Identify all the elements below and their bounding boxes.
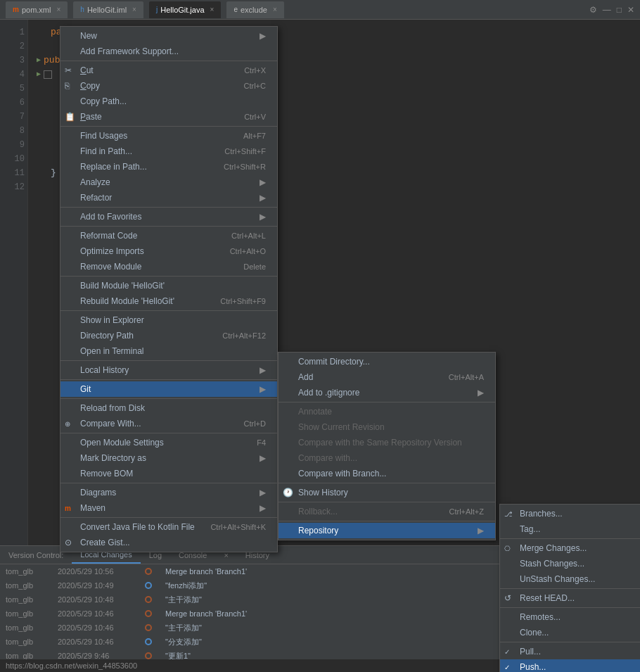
menu-mark-directory[interactable]: Mark Directory as ▶	[60, 450, 277, 466]
tab-exclude[interactable]: e exclude ×	[226, 1, 283, 18]
menu-create-gist-label: Create Gist...	[80, 538, 130, 547]
menu-open-terminal-label: Open in Terminal	[80, 346, 144, 356]
git-compare-with: Compare with...	[279, 450, 495, 466]
graph-2	[134, 596, 162, 603]
menu-cut[interactable]: ✂ Cut Ctrl+X	[60, 63, 277, 78]
menu-copy[interactable]: ⎘ Copy Ctrl+C	[60, 78, 277, 94]
git-commit-dir[interactable]: Commit Directory...	[279, 354, 495, 369]
tab-hellogit-iml[interactable]: h HelloGit.iml ×	[73, 1, 143, 18]
repo-remotes[interactable]: Remotes...	[500, 609, 640, 625]
menu-optimize-imports[interactable]: Optimize Imports Ctrl+Alt+O	[60, 243, 277, 259]
module-settings-shortcut: F4	[257, 438, 266, 447]
menu-remove-bom-label: Remove BOM	[80, 469, 133, 478]
repo-clone[interactable]: Clone...	[500, 625, 640, 640]
repo-push[interactable]: ✓ Push... Ctrl+Shift+K	[500, 659, 640, 672]
repo-pull[interactable]: ✓ Pull...	[500, 644, 640, 659]
maven-icon: m	[65, 505, 71, 512]
menu-find-usages[interactable]: Find Usages Alt+F7	[60, 128, 277, 144]
menu-local-history[interactable]: Local History ▶	[60, 362, 277, 378]
tab-close-exclude[interactable]: ×	[273, 6, 277, 13]
minimize-icon[interactable]: —	[603, 5, 611, 15]
git-separator-3	[279, 502, 495, 502]
tab-hellogit-java[interactable]: j HelloGit.java ×	[149, 1, 221, 18]
menu-replace-in-path[interactable]: Replace in Path... Ctrl+Shift+R	[60, 159, 277, 175]
menu-copy-path-label: Copy Path...	[80, 96, 127, 106]
menu-module-settings[interactable]: Open Module Settings F4	[60, 435, 277, 450]
menu-add-favorites-label: Add to Favorites	[80, 212, 141, 222]
repo-clone-label: Clone...	[520, 628, 549, 638]
menu-remove-bom[interactable]: Remove BOM	[60, 466, 277, 481]
expand-icon[interactable]: □	[617, 5, 622, 15]
menu-convert-kotlin[interactable]: Convert Java File to Kotlin File Ctrl+Al…	[60, 519, 277, 535]
menu-new-label: New	[80, 31, 97, 41]
diagrams-arrow: ▶	[260, 488, 266, 497]
menu-remove-module[interactable]: Remove Module Delete	[60, 259, 277, 274]
menu-open-terminal[interactable]: Open in Terminal	[60, 343, 277, 359]
repo-branches[interactable]: ⎇ Branches... Ctrl+Shift+`	[500, 506, 640, 521]
git-show-history[interactable]: 🕐 Show History	[279, 485, 495, 500]
menu-new[interactable]: New ▶	[60, 28, 277, 44]
menu-rebuild-module[interactable]: Rebuild Module 'HelloGit' Ctrl+Shift+F9	[60, 293, 277, 309]
menu-directory-path[interactable]: Directory Path Ctrl+Alt+F12	[60, 328, 277, 343]
repo-merge-changes[interactable]: ⎔ Merge Changes...	[500, 540, 640, 556]
reset-icon: ↺	[504, 593, 511, 603]
git-compare-with-label: Compare with...	[298, 453, 357, 463]
url-text: https://blog.csdn.net/weixin_44853600	[6, 661, 137, 670]
git-add-gitignore[interactable]: Add to .gitignore ▶	[279, 385, 495, 400]
menu-find-in-path[interactable]: Find in Path... Ctrl+Shift+F	[60, 144, 277, 159]
menu-analyze[interactable]: Analyze ▶	[60, 175, 277, 190]
menu-find-usages-label: Find Usages	[80, 131, 127, 141]
menu-directory-path-label: Directory Path	[80, 331, 134, 341]
tab-label-iml: HelloGit.iml	[87, 6, 127, 14]
menu-git[interactable]: Git ▶	[60, 381, 277, 397]
top-toolbar: m pom.xml × h HelloGit.iml × j HelloGit.…	[0, 0, 640, 20]
tab-pom-xml[interactable]: m pom.xml ×	[6, 1, 68, 18]
tab-icon-pom: m	[13, 6, 19, 13]
menu-add-favorites[interactable]: Add to Favorites ▶	[60, 209, 277, 224]
close-icon[interactable]: ✕	[627, 5, 634, 15]
branches-icon: ⎇	[504, 510, 513, 518]
author-4: tom_glb	[6, 623, 55, 632]
menu-build-module[interactable]: Build Module 'HelloGit'	[60, 278, 277, 293]
git-compare-branch[interactable]: Compare with Branch...	[279, 466, 495, 481]
repo-reset-head[interactable]: ↺ Reset HEAD...	[500, 590, 640, 606]
graph-4	[134, 624, 162, 631]
repo-stash[interactable]: Stash Changes...	[500, 556, 640, 571]
menu-cut-label: Cut	[80, 65, 94, 75]
repo-separator-4	[500, 642, 640, 642]
menu-maven[interactable]: m Maven ▶	[60, 500, 277, 516]
build-icon[interactable]: ⚙	[589, 5, 597, 15]
menu-compare-with[interactable]: ⊕ Compare With... Ctrl+D	[60, 416, 277, 431]
menu-diagrams[interactable]: Diagrams ▶	[60, 485, 277, 500]
git-add[interactable]: Add Ctrl+Alt+A	[279, 369, 495, 385]
graph-5	[134, 638, 162, 645]
repo-unstash-label: UnStash Changes...	[520, 574, 595, 584]
menu-maven-label: Maven	[80, 503, 105, 513]
repo-arrow: ▶	[478, 526, 484, 535]
menu-reload-disk[interactable]: Reload from Disk	[60, 400, 277, 416]
tab-close-iml[interactable]: ×	[132, 6, 136, 13]
menu-paste[interactable]: 📋 Paste Ctrl+V	[60, 109, 277, 125]
mark-directory-arrow: ▶	[260, 453, 266, 463]
line-numbers: 1 2 3 4 5 6 7 8 9 10 11 12	[0, 20, 28, 545]
git-repository[interactable]: Repository ▶	[279, 523, 495, 538]
compare-shortcut: Ctrl+D	[244, 419, 266, 428]
git-annotate-label: Annotate	[298, 407, 332, 417]
git-annotate: Annotate	[279, 404, 495, 419]
repo-unstash[interactable]: UnStash Changes...	[500, 571, 640, 587]
repo-separator-3	[500, 607, 640, 608]
tab-close-java[interactable]: ×	[210, 6, 215, 13]
menu-reformat[interactable]: Reformat Code Ctrl+Alt+L	[60, 228, 277, 243]
date-3: 2020/5/29 10:46	[58, 609, 132, 618]
tab-close-pom[interactable]: ×	[56, 6, 60, 13]
replace-in-path-shortcut: Ctrl+Shift+R	[224, 163, 266, 171]
menu-show-explorer[interactable]: Show in Explorer	[60, 312, 277, 328]
menu-copy-path[interactable]: Copy Path...	[60, 94, 277, 109]
menu-create-gist[interactable]: ⊙ Create Gist...	[60, 535, 277, 550]
menu-refactor[interactable]: Refactor ▶	[60, 190, 277, 205]
repo-tag[interactable]: Tag...	[500, 521, 640, 537]
menu-add-framework[interactable]: Add Framework Support...	[60, 44, 277, 59]
author-3: tom_glb	[6, 609, 55, 618]
git-add-gitignore-label: Add to .gitignore	[298, 388, 359, 398]
repo-push-label: Push...	[520, 662, 546, 672]
